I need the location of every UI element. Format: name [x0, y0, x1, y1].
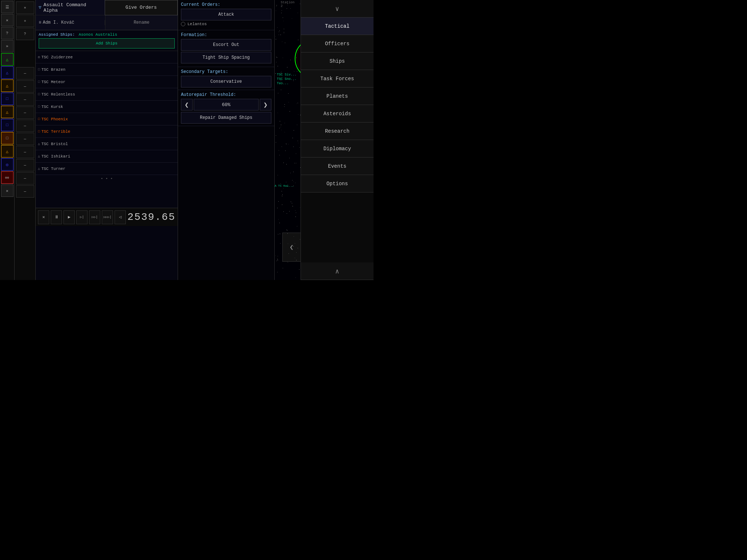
nav-ships-button[interactable]: Ships — [301, 52, 374, 70]
star — [295, 258, 295, 258]
remove-ship-4[interactable]: — — [16, 106, 34, 119]
nav-up-arrow-button[interactable]: ∧ — [301, 262, 374, 280]
remove-ship-8[interactable]: — — [16, 159, 34, 171]
admiral-row: ≡ Adm I. Kováč Rename — [36, 15, 178, 30]
triangle-blue-button[interactable]: △ — [1, 66, 13, 79]
remove-ship-1[interactable]: — — [16, 67, 34, 79]
nav-research-button[interactable]: Research — [301, 122, 374, 140]
nav-diplomacy-button[interactable]: Diplomacy — [301, 140, 374, 158]
map-area[interactable]: Station 2 TSC Siv... TSC Sno... Tec... T… — [275, 0, 301, 280]
bottom-controls: ✕ ⏸ ▶ ▷| ▷▷| ▷▷▷| ◁ 2539.65 — [36, 208, 178, 226]
star — [286, 182, 286, 182]
secondary-value-button[interactable]: Conservative — [181, 76, 271, 88]
formation-value-button[interactable]: Escort Out — [181, 39, 271, 51]
star — [292, 203, 292, 203]
square-blue-button[interactable]: □ — [1, 93, 13, 105]
star — [278, 256, 278, 256]
nav-options-button[interactable]: Options — [301, 175, 374, 192]
star — [280, 121, 280, 121]
triangle-green-button[interactable]: △ — [1, 53, 13, 66]
play-button[interactable]: ▶ — [63, 210, 75, 224]
star — [295, 217, 296, 217]
star — [276, 62, 276, 62]
remove-ship-5[interactable]: — — [16, 120, 34, 132]
nav-tactical-button[interactable]: Tactical — [301, 18, 374, 35]
ship-name: △ TSC Bristol — [36, 142, 178, 146]
target-option[interactable]: Lelantos — [181, 20, 271, 28]
stack-button[interactable]: ⚙⚙ — [1, 171, 13, 184]
remove-ship-2[interactable]: — — [16, 80, 34, 93]
nav-chevron-button[interactable]: ∨ — [301, 0, 374, 18]
star — [280, 234, 280, 234]
triangle-orange3-button[interactable]: △ — [1, 145, 13, 158]
ship-name: □ TSC Relentless — [36, 92, 178, 97]
star — [287, 233, 288, 234]
remove-ship-6[interactable]: — — [16, 133, 34, 145]
star — [296, 213, 296, 213]
close-button[interactable]: ✕ — [1, 14, 13, 26]
star — [282, 42, 282, 42]
rename-button[interactable]: Rename — [105, 15, 178, 30]
nav-planets-button[interactable]: Planets — [301, 88, 374, 105]
star — [288, 144, 289, 144]
right-nav-arrow[interactable]: ❮ — [282, 233, 301, 262]
star — [289, 158, 290, 158]
location-label: Asonos Australis — [79, 32, 117, 37]
star — [279, 155, 280, 155]
triangle-orange2-button[interactable]: △ — [1, 106, 13, 118]
star — [294, 163, 295, 163]
faster-button[interactable]: ▷▷▷| — [102, 210, 113, 224]
nav-asteroids-button[interactable]: Asteroids — [301, 105, 374, 122]
cross-star-button[interactable]: ✳ — [16, 15, 34, 27]
square-orange-button[interactable]: □ — [1, 132, 13, 144]
pause-button[interactable]: ⏸ — [51, 210, 62, 224]
star — [287, 213, 287, 214]
ship-row: △ TSC Ishikari — [36, 150, 178, 163]
threshold-increase[interactable]: ❯ — [260, 99, 271, 110]
remove-ship-7[interactable]: — — [16, 146, 34, 158]
nav-task-forces-button[interactable]: Task Forces — [301, 70, 374, 88]
nav-events-button[interactable]: Events — [301, 158, 374, 175]
star — [288, 93, 289, 94]
fast-button[interactable]: ▷▷| — [89, 210, 100, 224]
star — [295, 210, 295, 211]
star — [298, 13, 298, 13]
forward-button[interactable]: » — [1, 40, 13, 52]
remove-ship-3[interactable]: — — [16, 93, 34, 106]
ship-row: △ TSC Bristol — [36, 138, 178, 150]
close-bottom-button[interactable]: ✕ — [1, 184, 13, 197]
star — [279, 223, 280, 223]
tight-spacing-button[interactable]: Tight Ship Spacing — [181, 52, 271, 63]
menu-button[interactable]: ☰ — [1, 1, 13, 13]
give-orders-button[interactable]: Give Orders — [105, 0, 178, 15]
star — [283, 58, 283, 58]
remove-ship-9[interactable]: — — [16, 172, 34, 184]
orders-panel: Current Orders: Attack Lelantos Formatio… — [178, 0, 275, 280]
star — [278, 260, 278, 260]
square-blue2-button[interactable]: □ — [1, 119, 13, 131]
step-button[interactable]: ▷| — [76, 210, 88, 224]
star — [278, 113, 278, 113]
remove-ship-10[interactable]: — — [16, 185, 34, 198]
triangle-orange-button[interactable]: △ — [1, 79, 13, 92]
nav-officers-button[interactable]: Officers — [301, 35, 374, 52]
star — [292, 18, 292, 19]
back-button[interactable]: ◁ — [115, 210, 126, 224]
close-bottom[interactable]: ✕ — [38, 210, 49, 224]
star — [289, 211, 290, 211]
star — [279, 32, 279, 32]
star — [289, 102, 289, 102]
help-button[interactable]: ? — [1, 27, 13, 39]
autorepair-label: Autorepair Threshold: — [181, 92, 271, 97]
circle-blue-button[interactable]: ◎ — [1, 158, 13, 171]
add-ships-button[interactable]: Add Ships — [39, 38, 175, 48]
star — [275, 36, 276, 36]
repair-damaged-button[interactable]: Repair Damaged Ships — [181, 112, 271, 124]
cross-icon-button[interactable]: ✕ — [16, 1, 34, 14]
help2-button[interactable]: ? — [16, 28, 34, 40]
threshold-decrease[interactable]: ❮ — [181, 99, 193, 110]
star — [277, 208, 278, 208]
star — [290, 173, 291, 173]
current-order-button[interactable]: Attack — [181, 9, 271, 20]
star — [286, 164, 287, 164]
